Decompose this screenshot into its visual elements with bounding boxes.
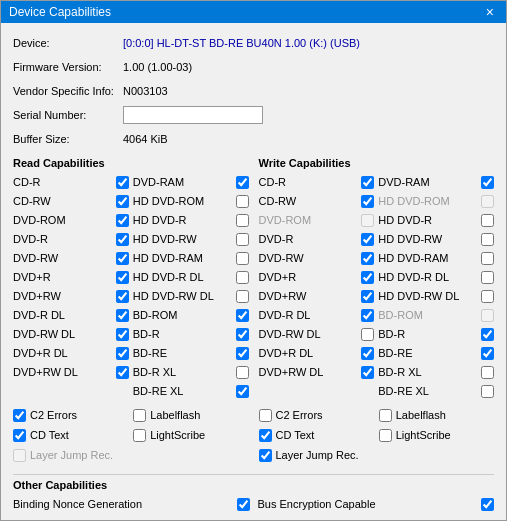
cap-label: HD DVD-RAM xyxy=(378,249,477,267)
cap-checkbox[interactable] xyxy=(481,385,494,398)
capabilities-container: Read Capabilities CD-RDVD-RAMCD-RWHD DVD… xyxy=(13,157,494,464)
other-cap-checkbox[interactable] xyxy=(481,498,494,511)
cap-label: DVD-R xyxy=(259,230,358,248)
cap-checkbox[interactable] xyxy=(116,214,129,227)
cap-checkbox[interactable] xyxy=(481,309,494,322)
cap-label: HD DVD-R xyxy=(133,211,232,229)
cap-label: HD DVD-RW DL xyxy=(133,287,232,305)
cap-checkbox[interactable] xyxy=(361,347,374,360)
cap-checkbox[interactable] xyxy=(116,347,129,360)
buffer-value: 4064 KiB xyxy=(123,133,168,145)
cap-checkbox[interactable] xyxy=(116,252,129,265)
serial-row: Serial Number: xyxy=(13,105,494,125)
cap-checkbox[interactable] xyxy=(236,271,249,284)
cap-checkbox[interactable] xyxy=(481,366,494,379)
serial-label: Serial Number: xyxy=(13,109,123,121)
cap-checkbox[interactable] xyxy=(481,214,494,227)
extra-item: Layer Jump Rec. xyxy=(259,446,359,464)
other-caps-grid: Binding Nonce GenerationBus Encryption C… xyxy=(13,495,494,513)
cap-checkbox[interactable] xyxy=(361,366,374,379)
cap-checkbox[interactable] xyxy=(361,233,374,246)
close-button[interactable]: × xyxy=(482,5,498,19)
cap-checkbox[interactable] xyxy=(236,328,249,341)
cap-checkbox[interactable] xyxy=(361,252,374,265)
cap-checkbox[interactable] xyxy=(481,290,494,303)
cap-checkbox[interactable] xyxy=(361,195,374,208)
extra-checkbox[interactable] xyxy=(133,429,146,442)
cap-checkbox[interactable] xyxy=(361,290,374,303)
cap-checkbox[interactable] xyxy=(481,271,494,284)
device-label: Device: xyxy=(13,37,123,49)
cap-label: DVD+RW DL xyxy=(259,363,358,381)
extra-item: CD Text xyxy=(13,426,113,444)
extra-checkbox[interactable] xyxy=(259,429,272,442)
cap-label: DVD-RW xyxy=(13,249,112,267)
cap-checkbox[interactable] xyxy=(116,176,129,189)
cap-checkbox[interactable] xyxy=(116,366,129,379)
cap-label: BD-RE xyxy=(378,344,477,362)
cap-label: DVD+R xyxy=(259,268,358,286)
extra-checkbox[interactable] xyxy=(259,449,272,462)
cap-label: HD DVD-R xyxy=(378,211,477,229)
extra-checkbox[interactable] xyxy=(379,429,392,442)
cap-label: HD DVD-RW xyxy=(133,230,232,248)
cap-label: DVD-ROM xyxy=(259,211,358,229)
extra-label: LightScribe xyxy=(150,426,205,444)
serial-input[interactable] xyxy=(123,106,263,124)
extra-checkbox[interactable] xyxy=(13,449,26,462)
cap-checkbox[interactable] xyxy=(361,176,374,189)
cap-checkbox[interactable] xyxy=(236,385,249,398)
cap-label: HD DVD-ROM xyxy=(378,192,477,210)
cap-checkbox[interactable] xyxy=(481,347,494,360)
device-row: Device: [0:0:0] HL-DT-ST BD-RE BU40N 1.0… xyxy=(13,33,494,53)
other-cap-label: Binding Nonce Generation xyxy=(13,495,229,513)
cap-checkbox[interactable] xyxy=(116,233,129,246)
cap-checkbox[interactable] xyxy=(116,309,129,322)
cap-checkbox[interactable] xyxy=(481,176,494,189)
extra-item: Labelflash xyxy=(133,406,205,424)
cap-checkbox[interactable] xyxy=(116,271,129,284)
extra-item: LightScribe xyxy=(379,426,451,444)
cap-checkbox[interactable] xyxy=(236,233,249,246)
cap-checkbox[interactable] xyxy=(116,290,129,303)
extra-item: Labelflash xyxy=(379,406,451,424)
cap-checkbox[interactable] xyxy=(236,309,249,322)
cap-checkbox[interactable] xyxy=(116,328,129,341)
cap-checkbox[interactable] xyxy=(481,252,494,265)
other-cap-checkbox[interactable] xyxy=(237,498,250,511)
read-caps-grid: CD-RDVD-RAMCD-RWHD DVD-ROMDVD-ROMHD DVD-… xyxy=(13,173,249,400)
cap-checkbox[interactable] xyxy=(361,309,374,322)
read-caps-title: Read Capabilities xyxy=(13,157,249,169)
cap-checkbox[interactable] xyxy=(481,328,494,341)
cap-label: DVD-RAM xyxy=(378,173,477,191)
cap-checkbox[interactable] xyxy=(236,176,249,189)
cap-checkbox[interactable] xyxy=(481,233,494,246)
cap-checkbox[interactable] xyxy=(361,271,374,284)
cap-checkbox[interactable] xyxy=(236,290,249,303)
extra-checkbox[interactable] xyxy=(13,429,26,442)
cap-checkbox[interactable] xyxy=(236,366,249,379)
cap-checkbox[interactable] xyxy=(236,252,249,265)
extra-item: CD Text xyxy=(259,426,359,444)
cap-checkbox[interactable] xyxy=(481,195,494,208)
cap-checkbox[interactable] xyxy=(236,347,249,360)
cap-checkbox[interactable] xyxy=(116,195,129,208)
write-capabilities-section: Write Capabilities CD-RDVD-RAMCD-RWHD DV… xyxy=(259,157,495,464)
extra-checkbox[interactable] xyxy=(379,409,392,422)
cap-checkbox[interactable] xyxy=(361,328,374,341)
cap-label: DVD-R DL xyxy=(259,306,358,324)
extra-checkbox[interactable] xyxy=(13,409,26,422)
cap-label: BD-R XL xyxy=(378,363,477,381)
cap-label: BD-ROM xyxy=(133,306,232,324)
extra-checkbox[interactable] xyxy=(259,409,272,422)
extra-checkbox[interactable] xyxy=(133,409,146,422)
cap-label: DVD-R xyxy=(13,230,112,248)
cap-label: DVD+RW DL xyxy=(13,363,112,381)
cap-checkbox[interactable] xyxy=(361,214,374,227)
device-value: [0:0:0] HL-DT-ST BD-RE BU40N 1.00 (K:) (… xyxy=(123,37,360,49)
device-capabilities-window: Device Capabilities × Device: [0:0:0] HL… xyxy=(0,0,507,521)
cap-checkbox[interactable] xyxy=(236,195,249,208)
extra-label: Labelflash xyxy=(150,406,200,424)
vendor-value: N003103 xyxy=(123,85,168,97)
cap-checkbox[interactable] xyxy=(236,214,249,227)
